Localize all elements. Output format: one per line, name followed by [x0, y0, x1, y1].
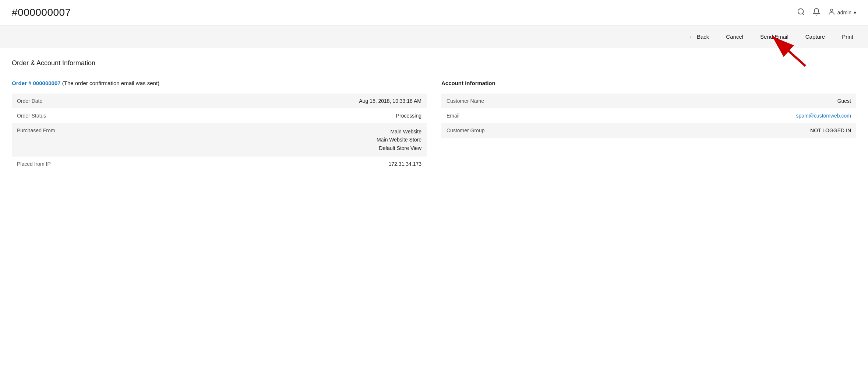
order-info-table: Order DateAug 15, 2018, 10:33:18 AMOrder… — [12, 94, 427, 171]
order-row-label: Purchased From — [12, 123, 178, 157]
svg-line-1 — [802, 13, 804, 15]
account-info-table: Customer NameGuestEmailspam@customweb.co… — [441, 94, 856, 138]
action-bar: ← Back Cancel Send Email Capture Print — [0, 25, 868, 48]
order-row-label: Order Date — [12, 94, 178, 108]
account-row-label: Customer Name — [441, 94, 607, 108]
user-menu[interactable]: admin ▾ — [828, 8, 856, 17]
order-row-value: Main WebsiteMain Website StoreDefault St… — [178, 123, 427, 157]
print-button[interactable]: Print — [839, 32, 856, 41]
bell-icon[interactable] — [812, 8, 821, 18]
search-icon[interactable] — [797, 8, 805, 18]
order-row-label: Order Status — [12, 108, 178, 123]
header-icons: admin ▾ — [797, 8, 856, 18]
account-row-value[interactable]: spam@customweb.com — [607, 108, 856, 123]
dropdown-chevron: ▾ — [854, 10, 856, 15]
svg-point-2 — [830, 9, 833, 11]
account-row-label: Email — [441, 108, 607, 123]
page-header: #000000007 admin ▾ — [0, 0, 868, 25]
page-title: #000000007 — [12, 7, 71, 18]
order-row-value: Aug 15, 2018, 10:33:18 AM — [178, 94, 427, 108]
section-title: Order & Account Information — [12, 59, 856, 71]
account-info-panel: Account Information Customer NameGuestEm… — [441, 77, 856, 171]
order-row-value: 172.31.34.173 — [178, 157, 427, 171]
send-email-button[interactable]: Send Email — [757, 32, 791, 41]
order-confirmation-text: (The order confirmation email was sent) — [62, 80, 159, 86]
account-panel-header: Account Information — [441, 77, 856, 89]
capture-button[interactable]: Capture — [802, 32, 828, 41]
order-row-value: Processing — [178, 108, 427, 123]
account-row-value: Guest — [607, 94, 856, 108]
back-arrow-icon: ← — [689, 34, 695, 40]
order-panel-header: Order # 000000007 (The order confirmatio… — [12, 77, 427, 89]
email-link[interactable]: spam@customweb.com — [796, 113, 851, 119]
two-column-layout: Order # 000000007 (The order confirmatio… — [12, 77, 856, 171]
back-button[interactable]: ← Back — [686, 32, 712, 41]
account-row-label: Customer Group — [441, 123, 607, 138]
cancel-button[interactable]: Cancel — [723, 32, 746, 41]
user-icon — [828, 8, 835, 17]
main-content: Order & Account Information Order # 0000… — [0, 48, 868, 182]
order-number-link[interactable]: Order # 000000007 — [12, 80, 61, 86]
user-label: admin — [837, 10, 851, 15]
account-row-value: NOT LOGGED IN — [607, 123, 856, 138]
order-info-panel: Order # 000000007 (The order confirmatio… — [12, 77, 427, 171]
order-row-label: Placed from IP — [12, 157, 178, 171]
